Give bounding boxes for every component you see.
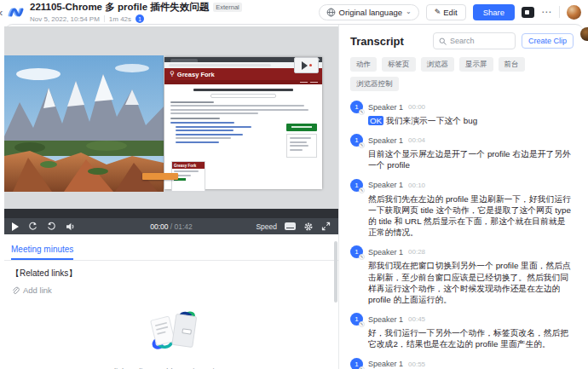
keyword-chips: 动作标签页浏览器显示屏前台浏览器控制 — [350, 57, 574, 91]
search-input[interactable] — [450, 37, 510, 45]
top-bar-actions: Original language ⌄ ✎ Edit Share ⋯ — [319, 4, 581, 20]
overlay-record-dot — [309, 64, 312, 66]
tab-meeting-minutes[interactable]: Meeting minutes — [11, 245, 73, 260]
viewer-avatar[interactable]: 1 — [135, 14, 144, 23]
settings-gear-icon[interactable] — [303, 222, 314, 232]
speaker-avatar: 1✎ — [350, 134, 363, 147]
language-dropdown[interactable]: Original language ⌄ — [319, 4, 419, 20]
edit-button[interactable]: ✎ Edit — [426, 4, 466, 20]
content-area: ⚲ Greasy Fork — [4, 24, 584, 369]
entry-timestamp[interactable]: 00:55 — [408, 360, 425, 368]
meta-divider — [104, 15, 105, 22]
user-avatar[interactable] — [567, 5, 581, 20]
desktop-taskbar — [4, 209, 338, 218]
speaker-name: Speaker 1 — [368, 136, 403, 145]
paperclip-icon — [11, 286, 20, 295]
notification-toast — [142, 173, 178, 180]
entry-timestamp[interactable]: 00:45 — [408, 315, 425, 323]
mountain-photo — [4, 55, 164, 192]
transcript-entry[interactable]: 1✎Speaker 100:28那我们现在把窗口切换到另外一个 profile … — [350, 245, 574, 305]
back-icon[interactable]: ‹ — [0, 7, 6, 18]
transcript-entries: 1✎Speaker 100:00OK 我们来演示一下这个 bug1✎Speake… — [350, 101, 574, 369]
skip-forward-icon[interactable] — [47, 222, 56, 231]
transcript-entry[interactable]: 1✎Speaker 100:55我们把左边的 profile 里面的所有窗口全部… — [350, 358, 574, 369]
entry-text: OK 我们来演示一下这个 bug — [368, 115, 574, 126]
speaker-avatar: 1✎ — [350, 179, 363, 192]
keyword-chip-5[interactable]: 浏览器控制 — [350, 77, 399, 91]
meeting-minutes-body: 【Related links】 Add link — [4, 261, 338, 369]
search-icon — [439, 37, 447, 45]
edit-icon: ✎ — [435, 8, 441, 16]
play-button[interactable] — [12, 222, 19, 231]
more-menu-icon[interactable]: ⋯ — [541, 6, 552, 18]
external-badge: External — [213, 3, 242, 12]
speaker-avatar: 1✎ — [350, 245, 363, 258]
page-title: 221105-Chrome 多 profile 插件失效问题 — [30, 1, 209, 14]
left-panel-scrollbar[interactable] — [334, 241, 337, 303]
volume-icon[interactable] — [66, 222, 76, 232]
add-link-button[interactable]: Add link — [11, 285, 331, 295]
speaker-name: Speaker 1 — [368, 103, 403, 112]
notebook-illustration — [143, 308, 199, 355]
skip-back-icon[interactable] — [28, 222, 37, 231]
entry-timestamp[interactable]: 00:00 — [408, 103, 425, 111]
transcript-entry[interactable]: 1✎Speaker 100:45好，我们运行一下另外一个动作，标签页改名，然后把… — [350, 313, 574, 349]
entry-timestamp[interactable]: 00:04 — [408, 136, 425, 144]
recorder-overlay — [294, 57, 319, 73]
install-button-mock — [286, 124, 317, 131]
site-sidebox — [286, 134, 317, 158]
empty-state: Click "Edit" to add meeting minutes — [11, 308, 331, 369]
transcript-entry[interactable]: 1✎Speaker 100:10然后我们先在左边的 profile 里边刷新一下… — [350, 179, 574, 239]
globe-icon — [326, 8, 336, 17]
speaker-avatar: 1✎ — [350, 313, 363, 326]
speaker-name: Speaker 1 — [368, 181, 403, 189]
player-bar: 00:00 / 01:42 Speed — [4, 218, 338, 234]
search-highlight: OK — [368, 116, 383, 125]
site-brand: Greasy Fork — [177, 71, 215, 78]
minutes-app: ‹ 221105-Chrome 多 profile 插件失效问题 Externa… — [0, 0, 588, 369]
keyword-chip-2[interactable]: 浏览器 — [421, 57, 455, 72]
speaker-name: Speaker 1 — [368, 360, 403, 368]
header-divider — [559, 6, 560, 18]
pip-icon[interactable] — [522, 7, 534, 18]
keyword-chip-1[interactable]: 标签页 — [382, 57, 416, 72]
create-clip-button[interactable]: Create Clip — [522, 33, 574, 49]
keyword-chip-4[interactable]: 前台 — [499, 57, 525, 72]
greasyfork-logo-icon: ⚲ — [170, 71, 175, 78]
entry-timestamp[interactable]: 00:10 — [408, 182, 425, 189]
speaker-avatar: 1✎ — [350, 101, 363, 113]
speed-button[interactable]: Speed — [256, 222, 277, 231]
entry-timestamp[interactable]: 00:28 — [408, 248, 425, 256]
edit-label: Edit — [443, 8, 457, 17]
keyword-chip-0[interactable]: 动作 — [350, 57, 377, 72]
transcript-entry[interactable]: 1✎Speaker 100:00OK 我们来演示一下这个 bug — [350, 101, 574, 126]
speaker-avatar: 1✎ — [350, 358, 363, 369]
fullscreen-icon[interactable] — [321, 222, 331, 231]
add-link-label: Add link — [23, 285, 52, 295]
related-links-label: 【Related links】 — [11, 268, 331, 280]
video-stage[interactable]: ⚲ Greasy Fork — [4, 26, 338, 218]
top-bar: ‹ 221105-Chrome 多 profile 插件失效问题 Externa… — [0, 0, 588, 24]
search-box[interactable] — [433, 32, 516, 49]
site-page: Greasy Fork — [164, 84, 322, 189]
left-tab-bar: Meeting minutes — [4, 234, 338, 261]
captions-icon[interactable] — [285, 222, 296, 230]
minutes-logo-icon — [8, 3, 25, 20]
share-button[interactable]: Share — [473, 4, 515, 20]
entry-text: 目前这个显示屏左边是开了一个 profile 右边是开了另外一个 profile — [368, 148, 574, 170]
entry-text: 那我们现在把窗口切换到另外一个 profile 里面，然后点击刷新，至少前台窗口… — [368, 260, 574, 305]
transcript-entry[interactable]: 1✎Speaker 100:04目前这个显示屏左边是开了一个 profile 右… — [350, 134, 574, 170]
title-block: 221105-Chrome 多 profile 插件失效问题 External … — [30, 1, 242, 23]
entry-text: 然后我们先在左边的 profile 里边刷新一下，好我们运行一下获取网页 tit… — [368, 193, 574, 239]
transcript-header: Transcript Create Clip — [350, 32, 574, 49]
chevron-down-icon: ⌄ — [406, 8, 412, 15]
speaker-name: Speaker 1 — [368, 315, 403, 324]
language-label: Original language — [339, 8, 402, 17]
browser-window: ⚲ Greasy Fork — [164, 57, 322, 189]
recording-date: Nov 5, 2022, 10:54 PM — [30, 15, 100, 23]
keyword-chip-3[interactable]: 显示屏 — [459, 57, 493, 72]
floating-widget[interactable] — [580, 27, 588, 41]
recording-duration: 1m 42s — [109, 15, 131, 23]
transcript-panel: Transcript Create Clip 动作标签页浏览器显示屏前台浏览器控… — [338, 25, 584, 369]
transcript-title: Transcript — [350, 35, 404, 48]
